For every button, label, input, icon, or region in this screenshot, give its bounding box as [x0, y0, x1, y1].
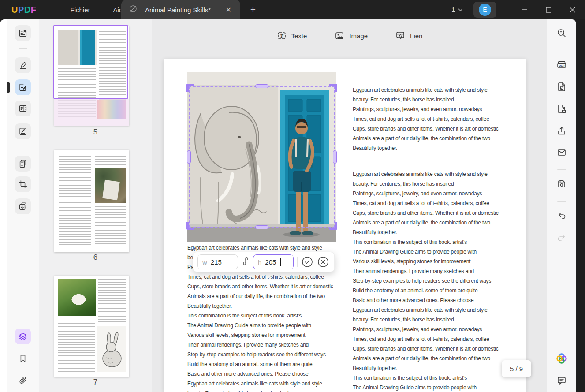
close-tab-icon[interactable]: ✕: [223, 5, 234, 15]
text-line: Paintings, sculptures, jewelry, and even…: [353, 326, 506, 336]
menu-fichier[interactable]: Fichier: [59, 0, 101, 19]
thumbnail-page-5-label: 5: [39, 128, 152, 137]
content-area: 5 6 7: [0, 19, 576, 392]
crop-icon[interactable]: [15, 176, 31, 192]
feedback-icon[interactable]: [554, 373, 570, 388]
maximize-icon[interactable]: [542, 3, 555, 16]
resize-handle-top-left[interactable]: [186, 84, 194, 92]
width-input[interactable]: w 215: [197, 254, 238, 269]
left-gutter: [0, 19, 7, 392]
thumbnail-page-6[interactable]: [54, 150, 129, 252]
link-tool-label: Lien: [410, 32, 422, 40]
ocr-icon[interactable]: OCR: [554, 56, 570, 72]
ai-clover-icon[interactable]: [554, 351, 570, 366]
resize-handle-bottom-left[interactable]: [186, 222, 194, 230]
reader-icon[interactable]: [15, 25, 31, 41]
resize-handle-bottom[interactable]: [255, 225, 268, 229]
aspect-link-icon[interactable]: [242, 256, 250, 268]
text-line: Various skill levels, stepping stones fo…: [187, 332, 341, 342]
text-line: Animals are a part of our daily life, th…: [353, 355, 506, 365]
image-tool-icon: [334, 30, 345, 41]
text-line: Egyptian art celebrates animals like cat…: [353, 307, 506, 317]
convert-icon[interactable]: [554, 79, 570, 95]
offline-circle-icon: [128, 4, 138, 15]
email-icon[interactable]: [554, 145, 570, 161]
minimize-icon[interactable]: [518, 3, 531, 16]
text-line: The Animal Drawing Guide aims to provide…: [353, 385, 506, 392]
titlebar: UPDF Fichier Aide Animal Painting Skills…: [0, 0, 585, 19]
text-line: Basic and other more advanced ones. Plea…: [187, 371, 341, 381]
protect-icon[interactable]: [554, 101, 570, 117]
save-icon[interactable]: [554, 176, 570, 192]
thumb6-text: [59, 202, 91, 245]
sign-icon[interactable]: [15, 123, 31, 139]
organize-pages-icon[interactable]: [15, 156, 31, 172]
svg-text:T: T: [280, 33, 283, 39]
updf-app-window: UPDF Fichier Aide Animal Painting Skills…: [0, 0, 585, 392]
thumbnail-page-5[interactable]: [54, 26, 129, 126]
text-line: Egyptian art celebrates animals like cat…: [187, 381, 341, 390]
text-line: Step-by-step examples to help readers se…: [187, 351, 341, 361]
bookmark-icon[interactable]: [15, 351, 31, 366]
search-icon[interactable]: [554, 25, 570, 41]
thumb7-text: [98, 308, 126, 323]
image-tool-button[interactable]: Image: [334, 30, 368, 41]
resize-handle-left[interactable]: [187, 150, 191, 164]
rail-separator: [19, 48, 27, 49]
text-line: This combination is the subject of this …: [353, 239, 506, 249]
text-line: Beautifully together.: [353, 145, 506, 155]
watermark-icon[interactable]: [15, 198, 31, 214]
confirm-icon[interactable]: [301, 256, 313, 268]
text-tool-label: Texte: [291, 32, 307, 40]
resize-handle-bottom-right[interactable]: [329, 222, 337, 230]
resize-handle-right[interactable]: [333, 150, 337, 164]
chevron-down-icon: [458, 8, 463, 11]
document-tab[interactable]: Animal Painting Skills* ✕: [121, 0, 240, 19]
text-line: Paintings, sculptures, jewelry, and even…: [353, 190, 506, 200]
new-tab-icon[interactable]: +: [247, 4, 259, 16]
edit-icon[interactable]: [15, 79, 31, 95]
height-input[interactable]: h 205: [253, 254, 294, 269]
text-line: This combination is the subject of this …: [353, 375, 506, 385]
comment-icon[interactable]: [15, 57, 31, 73]
resize-handle-top-right[interactable]: [329, 84, 337, 92]
rail-separator: [557, 201, 566, 202]
text-line: beauty. For centuries, this horse has in…: [353, 181, 506, 190]
text-line: Cups, store brands and other items. Whet…: [353, 346, 506, 355]
text-line: Times, cat and dog art sells a lot of t-…: [353, 116, 506, 126]
image-selection[interactable]: [189, 86, 335, 228]
text-line: Times, cat and dog art sells a lot of t-…: [187, 274, 341, 284]
text-tool-icon: T: [276, 30, 287, 41]
window-count-dropdown[interactable]: 1: [451, 6, 463, 13]
text-cursor: [280, 258, 281, 266]
resize-handle-top[interactable]: [255, 84, 268, 88]
avatar: E: [479, 4, 491, 16]
cancel-icon[interactable]: [317, 256, 329, 268]
text-line: Build the anatomy of an animal. some of …: [353, 287, 506, 297]
close-window-icon[interactable]: [566, 3, 579, 16]
pdf-page: Egyptian art celebrates animals like cat…: [164, 59, 526, 392]
thumb6-text: [95, 156, 126, 166]
panel-handle[interactable]: [7, 82, 10, 93]
thumbnail-page-7[interactable]: [54, 276, 129, 377]
layers-icon[interactable]: [15, 329, 31, 344]
right-tool-rail: OCR: [547, 19, 576, 392]
text-line: Their animal renderings. I provide many …: [353, 268, 506, 278]
text-line: Step-by-step examples to help readers se…: [353, 278, 506, 287]
link-tool-button[interactable]: Lien: [395, 30, 422, 41]
account-button[interactable]: E: [473, 2, 496, 18]
share-icon[interactable]: [554, 123, 570, 139]
text-line: beauty. For centuries, this horse has in…: [353, 317, 506, 326]
undo-icon[interactable]: [554, 208, 570, 224]
attachment-icon[interactable]: [15, 373, 31, 388]
text-line: Cups, store brands and other items. Whet…: [187, 284, 341, 293]
text-line: Animals are a part of our daily life, th…: [353, 220, 506, 229]
image-tool-label: Image: [349, 32, 368, 40]
form-icon[interactable]: [15, 101, 31, 116]
text-tool-button[interactable]: T Texte: [276, 30, 307, 41]
text-line: Times, cat and dog art sells a lot of t-…: [353, 336, 506, 346]
text-line: Egyptian art celebrates animals like cat…: [353, 87, 506, 97]
text-line: This combination is the subject of this …: [187, 313, 341, 322]
right-text-column-para2: Egyptian art celebrates animals like cat…: [353, 171, 506, 392]
text-line: The Animal Drawing Guide aims to provide…: [353, 249, 506, 258]
